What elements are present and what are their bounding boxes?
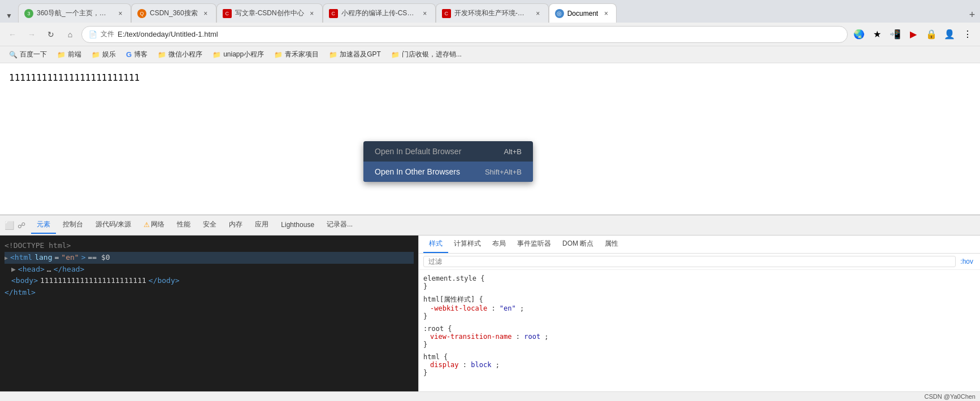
style-block-element: element.style { } — [423, 274, 975, 290]
right-tab-computed[interactable]: 计算样式 — [448, 236, 487, 253]
style-selector-root: :root { — [423, 325, 975, 333]
right-tab-properties[interactable]: 属性 — [599, 236, 624, 253]
tab-close-tab6[interactable]: × — [601, 9, 610, 18]
bookmark-icon-4: 📁 — [158, 51, 166, 59]
bookmark-item-1[interactable]: 📁前端 — [53, 49, 86, 60]
devtools-icon-inspect[interactable]: ⬜ — [5, 221, 14, 230]
menu-button[interactable]: ⋮ — [960, 27, 975, 42]
devtools-tab-security[interactable]: 安全 — [197, 216, 222, 234]
bookmark-item-5[interactable]: 📁uniapp小程序 — [208, 49, 268, 60]
bookmark-item-7[interactable]: 📁加速器及GPT — [324, 49, 385, 60]
browser-tab-tab2[interactable]: QCSDN_360搜索× — [131, 3, 216, 23]
browser-tab-tab1[interactable]: 3360导航_一个主页，整个世...× — [18, 3, 131, 23]
bookmark-label-7: 加速器及GPT — [340, 50, 381, 59]
style-close-html: } — [423, 369, 975, 377]
tab-title-tab6: Document — [567, 10, 599, 18]
bookmark-item-3[interactable]: G博客 — [122, 49, 152, 60]
filter-input[interactable] — [423, 256, 956, 267]
address-label: 文件 — [101, 29, 114, 39]
devtools-icon-device[interactable]: ☍ — [18, 221, 25, 230]
bookmark-icon-6: 📁 — [274, 51, 283, 59]
code-body-content: 111111111111111111111111 — [40, 275, 146, 287]
bookmark-label-0: 百度一下 — [20, 50, 47, 59]
code-line-head: ▶ <head> … </head> — [5, 264, 414, 276]
devtools-tab-console[interactable]: 控制台 — [57, 216, 89, 234]
browser-tab-tab6[interactable]: ◎Document× — [549, 3, 617, 23]
reload-button[interactable]: ↻ — [43, 27, 59, 42]
style-close-element: } — [423, 282, 975, 290]
tab-title-tab4: 小程序的编译上传-CSDN博... — [341, 8, 417, 18]
bookmark-label-2: 娱乐 — [102, 50, 116, 59]
devtools-tab-performance[interactable]: 性能 — [171, 216, 196, 234]
home-button[interactable]: ⌂ — [62, 27, 78, 42]
new-tab-button[interactable]: + — [964, 7, 980, 23]
chromebook-button[interactable]: 📲 — [887, 27, 903, 42]
right-tab-styles[interactable]: 样式 — [423, 236, 448, 253]
context-menu-label-open-default: Open In Default Browser — [375, 147, 461, 156]
devtools-right-tabs: 样式 计算样式 布局 事件监听器 DOM 断点 属性 — [419, 236, 980, 254]
bookmark-label-4: 微信小程序 — [168, 50, 202, 59]
filter-hov[interactable]: :hov — [958, 256, 975, 267]
style-close-root: } — [423, 341, 975, 348]
translate-button[interactable]: 🌏 — [851, 27, 867, 42]
right-tab-dom-breakpoints[interactable]: DOM 断点 — [557, 236, 599, 253]
tab-close-tab4[interactable]: × — [420, 9, 430, 18]
tab-close-tab5[interactable]: × — [534, 9, 543, 18]
back-button[interactable]: ← — [5, 27, 20, 42]
tab-favicon-tab2: Q — [137, 9, 146, 18]
devtools-tab-sources[interactable]: 源代码/来源 — [90, 216, 137, 234]
style-close-html-attr: } — [423, 312, 975, 320]
devtools-tab-network[interactable]: ⚠ 网络 — [138, 216, 170, 234]
tab-close-tab3[interactable]: × — [307, 9, 316, 18]
download-button[interactable]: 🔒 — [923, 27, 939, 42]
browser-tab-tab3[interactable]: C写文章-CSDN创作中心× — [216, 3, 323, 23]
bookmark-item-0[interactable]: 🔍百度一下 — [5, 49, 51, 60]
bookmark-icon-0: 🔍 — [9, 51, 18, 59]
right-tab-layout[interactable]: 布局 — [487, 236, 511, 253]
right-tab-event-listeners[interactable]: 事件监听器 — [511, 236, 557, 253]
bookmark-item-6[interactable]: 📁青禾家项目 — [270, 49, 323, 60]
browser-tab-tab5[interactable]: C开发环境和生产环境-运行...× — [436, 3, 549, 23]
code-expand-head[interactable]: ▶ — [11, 264, 16, 276]
devtools-tab-application[interactable]: 应用 — [249, 216, 274, 234]
tab-title-tab2: CSDN_360搜索 — [150, 8, 198, 18]
style-block-html: html { display : block ; } — [423, 353, 975, 377]
style-selector-html-attr: html[属性样式] { — [423, 295, 975, 304]
devtools-tab-memory[interactable]: 内存 — [223, 216, 248, 234]
style-selector-element: element.style { — [423, 274, 975, 282]
address-url: E:/text/ondeday/Untitled-1.html — [118, 30, 840, 38]
forward-button[interactable]: → — [24, 27, 40, 42]
bookmark-label-3: 博客 — [134, 50, 148, 59]
styles-content: element.style { } html[属性样式] { -webkit-l… — [419, 270, 980, 391]
bookmark-label-6: 青禾家项目 — [285, 50, 319, 59]
bookmark-icon-2: 📁 — [92, 51, 100, 59]
code-tag-head-close: </head> — [54, 264, 85, 276]
tab-title-tab5: 开发环境和生产环境-运行... — [454, 8, 530, 18]
bookmark-icon-7: 📁 — [329, 51, 337, 59]
browser-tab-tab4[interactable]: C小程序的编译上传-CSDN博...× — [323, 3, 436, 23]
context-menu-item-open-other[interactable]: Open In Other Browsers Shift+Alt+B — [363, 162, 533, 182]
tab-close-tab2[interactable]: × — [201, 9, 210, 18]
context-menu-item-open-default[interactable]: Open In Default Browser Alt+B — [363, 141, 533, 162]
tab-close-tab1[interactable]: × — [116, 9, 125, 18]
code-eq: = — [54, 252, 59, 264]
tab-favicon-tab5: C — [442, 9, 451, 18]
extension-button[interactable]: ▶ — [905, 27, 921, 42]
devtools-tab-recorder[interactable]: 记录器... — [321, 216, 358, 234]
bookmark-button[interactable]: ★ — [869, 27, 885, 42]
devtools-tab-lighthouse[interactable]: Lighthouse — [275, 217, 320, 233]
bookmark-item-2[interactable]: 📁娱乐 — [87, 49, 120, 60]
devtools-code-panel: <!DOCTYPE html> ▶ <html lang = "en" > ==… — [0, 236, 418, 391]
code-arrow-html[interactable]: ▶ — [5, 254, 8, 263]
devtools-tab-elements[interactable]: 元素 — [31, 216, 56, 234]
code-eq-ref: == $0 — [88, 252, 110, 264]
bookmark-item-8[interactable]: 📁门店收银，进存销... — [387, 49, 466, 60]
code-doctype: <!DOCTYPE html> — [5, 240, 71, 252]
address-bar[interactable]: 📄 文件 E:/text/ondeday/Untitled-1.html — [81, 26, 848, 43]
profile-button[interactable]: 👤 — [942, 27, 957, 42]
devtools-panel: ⬜ ☍ 元素 控制台 源代码/来源 ⚠ 网络 性能 安全 内存 应用 Light… — [0, 215, 980, 401]
code-attr-lang: lang — [34, 252, 52, 264]
tab-menu-button[interactable]: ▼ — [2, 9, 16, 23]
tab-title-tab3: 写文章-CSDN创作中心 — [235, 8, 304, 18]
bookmark-item-4[interactable]: 📁微信小程序 — [153, 49, 207, 60]
